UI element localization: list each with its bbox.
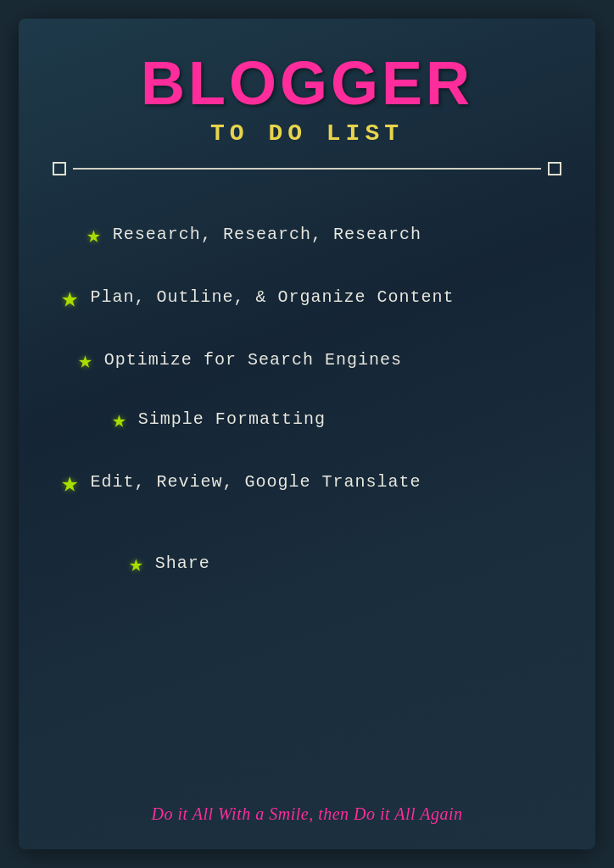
- footer-tagline: Do it All With a Smile, then Do it All A…: [152, 779, 463, 824]
- divider-line: [73, 168, 541, 170]
- page-title-todo: TO DO LIST: [210, 120, 404, 147]
- divider-square-left: [53, 162, 66, 175]
- main-card: BLOGGER TO DO LIST ★ Research, Research,…: [19, 19, 595, 849]
- todo-text-3: Optimize for Search Engines: [104, 349, 402, 371]
- todo-item-2: ★ Plan, Outline, & Organize Content: [61, 264, 553, 331]
- todo-text-5: Edit, Review, Google Translate: [90, 471, 421, 493]
- page-title-blogger: BLOGGER: [141, 53, 473, 114]
- star-icon-2: ★: [61, 280, 78, 315]
- divider: [53, 162, 561, 175]
- todo-item-1: ★ Research, Research, Research: [61, 205, 553, 264]
- todo-text-1: Research, Research, Research: [113, 224, 421, 246]
- todo-item-5: ★ Edit, Review, Google Translate: [61, 449, 553, 515]
- todo-item-4: ★ Simple Formatting: [61, 390, 553, 449]
- star-icon-4: ★: [112, 405, 126, 434]
- star-icon-3: ★: [78, 346, 92, 375]
- todo-list: ★ Research, Research, Research ★ Plan, O…: [53, 205, 561, 612]
- todo-item-6: ★ Share: [61, 515, 553, 612]
- todo-item-3: ★ Optimize for Search Engines: [61, 331, 553, 390]
- divider-square-right: [548, 162, 561, 175]
- star-icon-6: ★: [129, 549, 143, 578]
- star-icon-1: ★: [87, 220, 101, 249]
- todo-text-2: Plan, Outline, & Organize Content: [90, 287, 454, 309]
- star-icon-5: ★: [61, 465, 78, 500]
- todo-text-6: Share: [155, 553, 210, 575]
- todo-text-4: Simple Formatting: [138, 409, 326, 431]
